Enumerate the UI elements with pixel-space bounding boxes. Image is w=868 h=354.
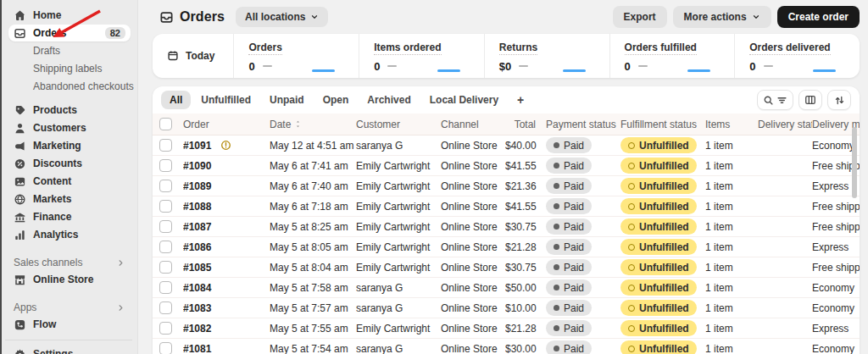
row-checkbox[interactable] (159, 322, 172, 335)
row-checkbox[interactable] (159, 180, 172, 192)
row-checkbox[interactable] (159, 281, 172, 294)
tab-unfulfilled[interactable]: Unfulfilled (192, 91, 259, 109)
metric-orders-delivered[interactable]: Orders delivered0 (734, 34, 860, 78)
column-header-payment-status[interactable]: Payment status (546, 119, 620, 130)
sidebar-item-flow[interactable]: Flow (8, 316, 131, 333)
search-filter-button[interactable] (757, 90, 793, 110)
columns-button[interactable] (798, 90, 822, 110)
customer-cell: Emily Cartwright (356, 323, 441, 335)
fulfillment-status-badge: Unfulfilled (620, 218, 697, 235)
payment-status-label: Paid (564, 323, 584, 335)
sidebar-section-sales-channels[interactable]: Sales channels (8, 254, 131, 271)
unfulfilled-ring-icon (628, 224, 635, 230)
sidebar-item-label: Finance (33, 211, 71, 223)
tab-unpaid[interactable]: Unpaid (261, 91, 313, 109)
column-header-channel[interactable]: Channel (441, 119, 505, 130)
sidebar-item-online-store[interactable]: Online Store (8, 271, 131, 288)
column-header-date[interactable]: Date (270, 119, 356, 130)
row-checkbox[interactable] (159, 220, 172, 233)
payment-status-badge: Paid (546, 340, 592, 354)
table-row-order-1086[interactable]: #1086May 5 at 8:05 amEmily CartwrightOnl… (153, 237, 860, 257)
table-row-order-1087[interactable]: #1087May 5 at 8:25 amEmily CartwrightOnl… (153, 217, 860, 237)
tab-archived[interactable]: Archived (359, 91, 419, 109)
sidebar-item-label: Analytics (33, 229, 78, 241)
order-number-cell[interactable]: #1090 (183, 160, 270, 172)
row-checkbox[interactable] (159, 159, 172, 172)
row-checkbox[interactable] (159, 261, 172, 274)
column-header-delivery-status[interactable]: Delivery status (758, 119, 812, 130)
sidebar-item-markets[interactable]: Markets (8, 191, 131, 207)
tab-all[interactable]: All (161, 91, 191, 109)
table-row-order-1084[interactable]: #1084May 5 at 7:58 amsaranya GOnline Sto… (153, 278, 860, 298)
vertical-scrollbar[interactable] (852, 127, 857, 198)
content-icon (14, 175, 26, 188)
order-number-cell[interactable]: #1081 (183, 343, 270, 354)
row-checkbox[interactable] (159, 241, 172, 253)
table-row-order-1091[interactable]: #1091May 12 at 4:51 amsaranya GOnline St… (153, 136, 860, 156)
sidebar-item-abandoned-checkouts[interactable]: Abandoned checkouts (8, 78, 131, 95)
channel-cell: Online Store (441, 160, 505, 172)
fulfillment-status-cell: Unfulfilled (620, 178, 705, 194)
more-actions-button[interactable]: More actions (673, 6, 771, 28)
order-number-cell[interactable]: #1084 (183, 282, 270, 294)
table-row-order-1089[interactable]: #1089May 6 at 7:40 amEmily CartwrightOnl… (153, 176, 860, 196)
export-button[interactable]: Export (613, 6, 667, 28)
order-number-cell[interactable]: #1087 (183, 221, 270, 233)
order-number-cell[interactable]: #1083 (183, 302, 270, 314)
create-order-button[interactable]: Create order (777, 6, 860, 28)
sidebar-section-apps[interactable]: Apps (8, 299, 131, 316)
column-header-total[interactable]: Total (505, 119, 546, 130)
payment-status-badge: Paid (546, 279, 592, 296)
column-header-order[interactable]: Order (183, 119, 270, 130)
order-number-cell[interactable]: #1085 (183, 262, 270, 274)
fulfillment-status-cell: Unfulfilled (620, 300, 705, 316)
column-header-fulfillment-status[interactable]: Fulfillment status (620, 119, 705, 130)
add-view-button[interactable]: + (509, 90, 532, 110)
row-checkbox[interactable] (159, 200, 172, 213)
sidebar-item-analytics[interactable]: Analytics (8, 226, 131, 243)
sidebar-item-content[interactable]: Content (8, 173, 131, 190)
metric-items-ordered[interactable]: Items ordered0 (359, 34, 484, 78)
tab-local-delivery[interactable]: Local Delivery (421, 91, 507, 109)
paid-dot-icon (554, 183, 559, 189)
table-row-order-1083[interactable]: #1083May 5 at 7:57 amsaranya GOnline Sto… (153, 298, 860, 318)
sidebar-item-discounts[interactable]: Discounts (8, 155, 131, 172)
order-number-cell[interactable]: #1082 (183, 323, 270, 335)
row-checkbox[interactable] (159, 342, 172, 354)
row-checkbox[interactable] (159, 301, 172, 314)
order-number-cell[interactable]: #1086 (183, 241, 270, 253)
column-header-items[interactable]: Items (705, 119, 758, 130)
row-checkbox[interactable] (159, 139, 172, 152)
location-selector[interactable]: All locations (236, 7, 328, 27)
fulfillment-status-badge: Unfulfilled (620, 259, 697, 275)
sidebar-item-finance[interactable]: Finance (8, 208, 131, 225)
table-row-order-1081[interactable]: #1081May 5 at 7:54 amsaranya GOnline Sto… (153, 339, 860, 354)
payment-status-cell: Paid (546, 320, 620, 336)
table-row-order-1088[interactable]: #1088May 6 at 7:18 amEmily CartwrightOnl… (153, 196, 860, 217)
sidebar-item-customers[interactable]: Customers (8, 119, 131, 136)
sidebar-item-shipping-labels[interactable]: Shipping labels (8, 60, 131, 77)
sidebar-item-marketing[interactable]: Marketing (8, 137, 131, 154)
chevron-down-icon (752, 13, 760, 21)
sort-button[interactable] (827, 90, 851, 110)
order-number-cell[interactable]: #1089 (183, 180, 270, 192)
sidebar-item-drafts[interactable]: Drafts (8, 42, 131, 59)
delivery-method-cell: Economy (812, 282, 860, 294)
tab-open[interactable]: Open (314, 91, 358, 109)
table-row-order-1082[interactable]: #1082May 5 at 7:55 amEmily CartwrightOnl… (153, 318, 860, 339)
order-number-cell[interactable]: #1088 (183, 201, 270, 213)
metric-orders-fulfilled[interactable]: Orders fulfilled0 (609, 34, 735, 78)
table-row-order-1085[interactable]: #1085May 5 at 8:04 amEmily CartwrightOnl… (153, 257, 860, 278)
sidebar-item-home[interactable]: Home (8, 7, 131, 24)
payment-status-label: Paid (564, 343, 584, 354)
sidebar-item-products[interactable]: Products (8, 102, 131, 119)
table-row-order-1090[interactable]: #1090May 6 at 7:41 amEmily CartwrightOnl… (153, 156, 860, 176)
order-number-cell[interactable]: #1091 (183, 140, 270, 152)
sidebar-item-orders[interactable]: Orders82 (8, 25, 131, 41)
metric-orders[interactable]: Orders0 (233, 34, 359, 78)
date-range-button[interactable]: Today (153, 34, 233, 78)
column-header-customer[interactable]: Customer (356, 119, 441, 130)
metric-returns[interactable]: Returns$0 (484, 34, 609, 78)
select-all-checkbox[interactable] (159, 118, 172, 130)
sidebar-item-settings[interactable]: Settings (8, 346, 131, 354)
